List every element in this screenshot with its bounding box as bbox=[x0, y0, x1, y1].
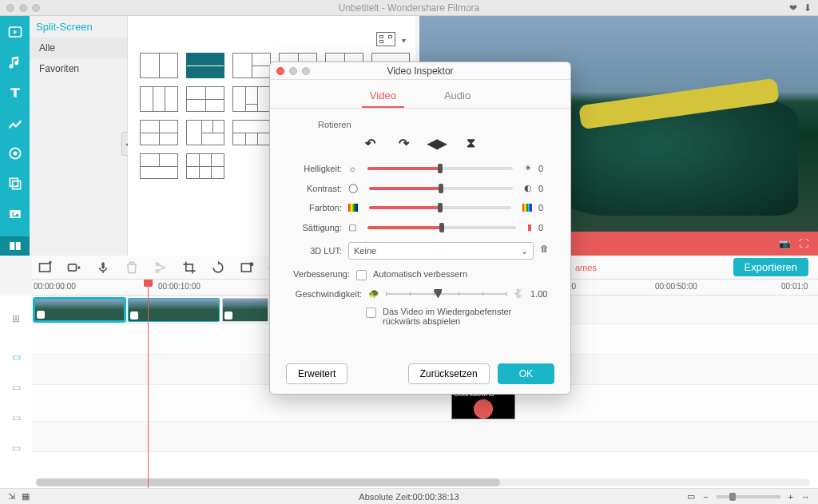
flip-vertical-icon[interactable]: ⧗ bbox=[463, 136, 478, 150]
template-item[interactable] bbox=[186, 53, 224, 78]
delete-icon[interactable] bbox=[123, 260, 141, 276]
svg-rect-10 bbox=[69, 264, 77, 270]
tab-audio[interactable]: Audio bbox=[436, 86, 478, 108]
track-row[interactable] bbox=[32, 422, 818, 452]
reverse-checkbox[interactable] bbox=[366, 308, 376, 318]
lut-delete-icon[interactable]: 🗑 bbox=[540, 244, 554, 258]
template-item[interactable] bbox=[232, 120, 271, 145]
elements-tab-icon[interactable] bbox=[6, 206, 24, 222]
svg-rect-8 bbox=[15, 242, 20, 250]
rabbit-icon: 🐇 bbox=[513, 288, 524, 299]
traffic-lights bbox=[0, 4, 40, 12]
template-item[interactable] bbox=[232, 86, 271, 112]
notify-icon[interactable]: ❤ bbox=[789, 2, 797, 14]
template-item[interactable] bbox=[140, 120, 178, 145]
window-title: Unbetitelt - Wondershare Filmora bbox=[339, 2, 480, 14]
speed-value: 1.00 bbox=[530, 289, 554, 299]
view-mode-toggle-icon[interactable]: ▾ bbox=[376, 32, 395, 46]
add-media-icon[interactable] bbox=[37, 260, 54, 276]
splitscreen-tab-icon[interactable] bbox=[0, 236, 30, 256]
text-tab-icon[interactable] bbox=[6, 85, 24, 101]
side-panel-item-favorites[interactable]: Favoriten bbox=[30, 58, 127, 79]
svg-rect-9 bbox=[40, 264, 50, 272]
download-icon[interactable]: ⬇ bbox=[804, 2, 812, 14]
record-icon[interactable] bbox=[66, 260, 83, 276]
brightness-slider[interactable] bbox=[367, 167, 513, 170]
svg-rect-7 bbox=[10, 242, 14, 250]
template-item[interactable] bbox=[186, 120, 224, 145]
brightness-low-icon: ☼ bbox=[348, 164, 356, 173]
video-track-icon[interactable]: ▭ bbox=[0, 342, 32, 372]
left-toolbar bbox=[0, 16, 30, 256]
flip-horizontal-icon[interactable]: ◀▶ bbox=[430, 136, 444, 150]
clip[interactable] bbox=[128, 298, 220, 322]
color-icon[interactable] bbox=[238, 260, 256, 276]
chevron-down-icon: ⌄ bbox=[521, 246, 528, 256]
brightness-label: Helligkeit: bbox=[286, 164, 342, 173]
playhead[interactable] bbox=[148, 280, 149, 488]
tab-video[interactable]: Video bbox=[362, 86, 404, 108]
split-icon[interactable] bbox=[152, 260, 169, 276]
template-item[interactable] bbox=[232, 53, 271, 78]
saturation-label: Sättigung: bbox=[286, 223, 342, 232]
marker-icon[interactable]: ⇲ bbox=[8, 491, 15, 502]
zoom-out-icon[interactable]: − bbox=[703, 492, 708, 502]
snapshot-icon[interactable]: 📷 bbox=[779, 238, 791, 249]
transitions-tab-icon[interactable] bbox=[6, 145, 24, 161]
clip[interactable] bbox=[222, 298, 268, 322]
template-item[interactable] bbox=[140, 86, 178, 112]
contrast-slider[interactable] bbox=[369, 187, 513, 190]
advanced-button[interactable]: Erweitert bbox=[286, 363, 347, 384]
svg-rect-4 bbox=[12, 181, 20, 189]
enhance-checkbox[interactable] bbox=[356, 270, 367, 280]
template-item[interactable] bbox=[140, 153, 178, 179]
time-mark: 00:00:50:00 bbox=[655, 282, 697, 291]
side-panel-item-all[interactable]: Alle bbox=[30, 38, 127, 58]
zoom-fit-icon[interactable]: ▭ bbox=[687, 491, 695, 502]
template-item[interactable] bbox=[140, 53, 178, 78]
effects-tab-icon[interactable] bbox=[6, 115, 24, 131]
statusbar: ⇲ ▦ Absolute Zeit:00:00:38:13 ▭ − + ↔ bbox=[0, 488, 818, 504]
lut-select[interactable]: Keine ⌄ bbox=[348, 242, 534, 260]
audio-track-icon[interactable]: ▭ bbox=[0, 433, 32, 463]
zoom-in-icon[interactable]: + bbox=[788, 492, 793, 502]
titlebar-right: ❤ ⬇ bbox=[789, 2, 812, 14]
dialog-title: Video Inspektor bbox=[387, 65, 453, 77]
reset-button[interactable]: Zurücksetzen bbox=[408, 363, 490, 384]
template-item[interactable] bbox=[186, 86, 224, 112]
ok-button[interactable]: OK bbox=[498, 363, 554, 384]
voiceover-icon[interactable] bbox=[94, 260, 112, 276]
dialog-body: Rotieren ↶ ↷ ◀▶ ⧗ Helligkeit: ☼ ☀ 0 Kont… bbox=[270, 109, 570, 342]
timeline-scrollbar[interactable] bbox=[36, 478, 810, 486]
absolute-time-label: Absolute Zeit:00:00:38:13 bbox=[359, 492, 459, 502]
hue-slider[interactable] bbox=[369, 206, 511, 209]
maximize-window-icon[interactable] bbox=[32, 4, 40, 12]
crop-icon[interactable] bbox=[181, 260, 198, 276]
grid-icon[interactable]: ▦ bbox=[22, 491, 30, 502]
rotate-cw-icon[interactable]: ↷ bbox=[396, 136, 411, 150]
rotate-icon[interactable] bbox=[209, 260, 227, 276]
template-item[interactable] bbox=[186, 153, 224, 179]
overlays-tab-icon[interactable] bbox=[6, 176, 24, 192]
music-tab-icon[interactable] bbox=[6, 54, 24, 70]
video-inspector-dialog: Video Inspektor Video Audio Rotieren ↶ ↷… bbox=[269, 62, 571, 395]
track-header-icon[interactable]: ⊞ bbox=[0, 296, 32, 342]
pip-track-icon[interactable]: ▭ bbox=[0, 372, 32, 403]
dialog-close-icon[interactable] bbox=[276, 67, 284, 75]
close-window-icon[interactable] bbox=[6, 4, 14, 12]
saturation-slider[interactable] bbox=[367, 226, 516, 229]
time-mark: 00:00:10:00 bbox=[158, 282, 201, 291]
fullscreen-icon[interactable]: ⛶ bbox=[799, 238, 808, 249]
rotate-ccw-icon[interactable]: ↶ bbox=[363, 136, 377, 150]
text-track-icon[interactable]: ▭ bbox=[0, 403, 32, 433]
lut-row: 3D LUT: Keine ⌄ 🗑 bbox=[286, 242, 554, 260]
media-tab-icon[interactable] bbox=[6, 24, 24, 40]
minimize-window-icon[interactable] bbox=[19, 4, 27, 12]
svg-rect-12 bbox=[101, 262, 104, 268]
speed-slider[interactable] bbox=[386, 290, 506, 298]
saturation-row: Sättigung: ▢ ▮ 0 bbox=[286, 222, 554, 232]
fit-width-icon[interactable]: ↔ bbox=[801, 492, 810, 502]
clip[interactable] bbox=[34, 298, 125, 322]
zoom-slider[interactable] bbox=[717, 495, 780, 498]
export-button[interactable]: Exportieren bbox=[733, 258, 808, 276]
